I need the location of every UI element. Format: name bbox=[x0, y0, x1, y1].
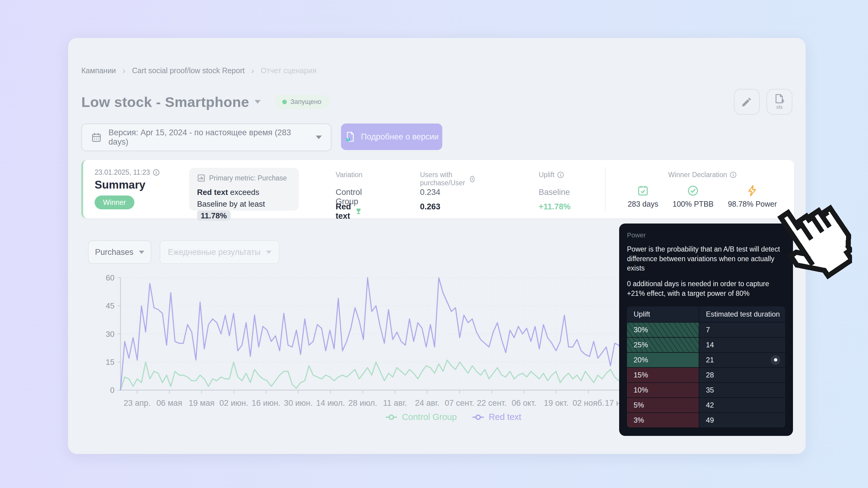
export-xls-button[interactable]: xls bbox=[767, 89, 793, 115]
winner-variation-label: Red text bbox=[336, 202, 351, 221]
svg-text:02 нояб.: 02 нояб. bbox=[572, 399, 604, 407]
breadcrumb: Кампании › Cart social proof/low stock R… bbox=[81, 66, 316, 75]
table-row-metric-control: 0.234 bbox=[420, 188, 440, 197]
selected-radio-icon bbox=[771, 355, 780, 365]
svg-text:07 сент.: 07 сент. bbox=[445, 399, 474, 407]
stat-duration[interactable]: 283 days bbox=[627, 185, 658, 209]
table-row-variation-winner: Red text bbox=[336, 202, 363, 221]
variation-header: Variation bbox=[336, 171, 363, 179]
uplift-header-label: Uplift bbox=[539, 171, 554, 179]
title-row: Low stock - Smartphone Запущено xls bbox=[81, 91, 793, 113]
uplift-cell: 3% bbox=[627, 413, 699, 427]
version-details-label: Подробнее о версии bbox=[361, 132, 439, 142]
lightning-icon bbox=[746, 185, 758, 197]
status-badge: Запущено bbox=[275, 95, 329, 109]
uplift-cell: 30% bbox=[627, 323, 699, 337]
uplift-cell: 25% bbox=[627, 338, 699, 352]
duration-header-cell: Estimated test duration bbox=[699, 306, 785, 322]
version-select-value: Версия: Apr 15, 2024 - по настоящее врем… bbox=[108, 128, 309, 147]
granularity-dropdown: Ежедневные результаты bbox=[160, 240, 280, 264]
chevron-down-icon bbox=[266, 251, 272, 254]
primary-metric-box: Primary metric: Purchase Red text exceed… bbox=[189, 168, 299, 211]
svg-text:15: 15 bbox=[106, 358, 115, 367]
svg-text:11 авг.: 11 авг. bbox=[383, 399, 407, 407]
duration-cell: 42 bbox=[699, 398, 785, 413]
tooltip-body-1: Power is the probability that an A/B tes… bbox=[627, 245, 785, 273]
winner-declaration: Winner Declaration i 283 days 100% PTBB bbox=[613, 160, 791, 218]
stat-duration-label: 283 days bbox=[627, 200, 658, 209]
chevron-down-icon bbox=[316, 135, 322, 139]
svg-text:22 сент.: 22 сент. bbox=[477, 399, 506, 407]
version-row: Версия: Apr 15, 2024 - по настоящее врем… bbox=[81, 123, 442, 151]
summary-heading: Summary bbox=[95, 179, 146, 191]
uplift-cell: 20% bbox=[627, 353, 699, 367]
pencil-icon bbox=[741, 96, 753, 108]
svg-text:23 апр.: 23 апр. bbox=[124, 399, 151, 407]
svg-text:30 июн.: 30 июн. bbox=[284, 399, 312, 407]
title-dropdown-caret-icon[interactable] bbox=[255, 100, 260, 103]
info-icon[interactable]: i bbox=[730, 172, 736, 178]
breadcrumb-campaigns[interactable]: Кампании bbox=[81, 66, 116, 75]
legend-red-text-label: Red text bbox=[489, 412, 521, 422]
bar-chart-icon bbox=[197, 174, 206, 182]
duration-cell: 14 bbox=[699, 338, 785, 352]
svg-text:19 мая: 19 мая bbox=[189, 399, 215, 407]
chevron-right-icon: › bbox=[251, 67, 254, 75]
tooltip-body-2: 0 additional days is needed in order to … bbox=[627, 279, 785, 298]
winner-badge: Winner bbox=[95, 195, 134, 209]
legend-marker-icon bbox=[385, 417, 397, 418]
breadcrumb-report[interactable]: Cart social proof/low stock Report bbox=[132, 66, 245, 75]
svg-text:16 июн.: 16 июн. bbox=[252, 399, 280, 407]
primary-metric-variant: Red text bbox=[197, 188, 228, 197]
svg-text:0: 0 bbox=[110, 386, 115, 395]
table-row-uplift-control: Baseline bbox=[539, 188, 570, 197]
uplift-cell: 5% bbox=[627, 398, 699, 413]
legend-red-text[interactable]: Red text bbox=[472, 412, 521, 422]
info-icon[interactable]: i bbox=[470, 176, 474, 182]
duration-cell: 35 bbox=[699, 383, 785, 397]
table-row-metric-winner: 0.263 bbox=[420, 202, 440, 211]
page-background: { "breadcrumb": { "items": ["Кампании", … bbox=[0, 0, 868, 488]
stat-power[interactable]: 98.78% Power bbox=[728, 185, 777, 209]
calendar-check-icon bbox=[637, 185, 649, 197]
edit-button[interactable] bbox=[734, 89, 760, 115]
legend-control-group[interactable]: Control Group bbox=[385, 412, 457, 422]
svg-text:19 окт.: 19 окт. bbox=[544, 399, 568, 407]
status-dot-icon bbox=[282, 100, 287, 104]
info-icon[interactable]: i bbox=[153, 169, 159, 176]
duration-cell: 28 bbox=[699, 368, 785, 382]
version-details-button[interactable]: Подробнее о версии bbox=[341, 123, 442, 150]
file-download-icon bbox=[773, 93, 786, 105]
chevron-down-icon bbox=[139, 251, 144, 254]
power-tooltip: Power Power is the probability that an A… bbox=[619, 223, 793, 436]
summary-card: 23.01.2025, 11:23 i Summary Winner Prima… bbox=[81, 160, 794, 218]
svg-text:14 июл.: 14 июл. bbox=[316, 399, 345, 407]
summary-timestamp: 23.01.2025, 11:23 i bbox=[95, 169, 159, 177]
calendar-icon bbox=[91, 132, 102, 143]
top-actions: xls bbox=[734, 89, 793, 115]
status-badge-label: Запущено bbox=[290, 98, 321, 106]
duration-cell: 21 bbox=[699, 353, 785, 367]
version-select[interactable]: Версия: Apr 15, 2024 - по настоящее врем… bbox=[81, 123, 332, 151]
duration-cell: 7 bbox=[699, 323, 785, 337]
svg-text:60: 60 bbox=[106, 273, 115, 282]
stat-ptbb[interactable]: 100% PTBB bbox=[673, 185, 713, 209]
file-info-icon bbox=[345, 131, 355, 142]
primary-metric-label: Primary metric: Purchase bbox=[209, 174, 287, 182]
check-circle-icon bbox=[687, 185, 699, 197]
svg-text:28 июл.: 28 июл. bbox=[348, 399, 377, 407]
svg-text:02 июн.: 02 июн. bbox=[219, 399, 248, 407]
stat-ptbb-label: 100% PTBB bbox=[673, 200, 713, 209]
winner-declaration-header: Winner Declaration bbox=[668, 171, 727, 179]
summary-timestamp-label: 23.01.2025, 11:23 bbox=[95, 169, 150, 177]
tooltip-title: Power bbox=[627, 231, 785, 239]
svg-text:30: 30 bbox=[106, 330, 115, 339]
uplift-duration-table: Uplift Estimated test duration 30%725%14… bbox=[627, 306, 785, 427]
metric-dropdown[interactable]: Purchases bbox=[88, 240, 151, 264]
duration-cell: 49 bbox=[699, 413, 785, 427]
svg-text:45: 45 bbox=[106, 301, 115, 310]
info-icon[interactable]: i bbox=[557, 172, 564, 178]
table-row-uplift-winner: +11.78% bbox=[539, 202, 570, 211]
uplift-cell: 10% bbox=[627, 383, 699, 397]
breadcrumb-current: Отчет сценария bbox=[260, 66, 316, 75]
